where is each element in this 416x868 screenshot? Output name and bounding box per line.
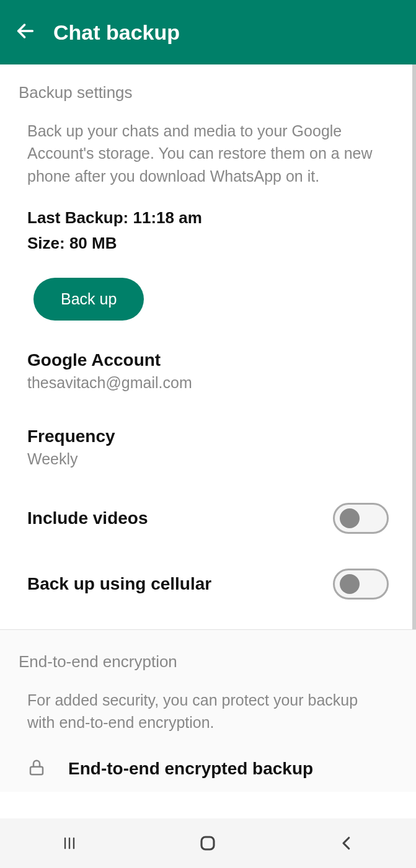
cellular-toggle[interactable] xyxy=(333,569,389,600)
frequency-title: Frequency xyxy=(27,427,389,446)
backup-settings-section: Backup settings Back up your chats and m… xyxy=(0,64,416,617)
e2e-description: For added security, you can protect your… xyxy=(19,689,397,734)
backup-button[interactable]: Back up xyxy=(33,278,144,321)
include-videos-toggle[interactable] xyxy=(333,503,389,534)
lock-icon xyxy=(27,758,46,779)
page-title: Chat backup xyxy=(53,20,180,45)
frequency-row[interactable]: Frequency Weekly xyxy=(19,409,397,485)
e2e-title: End-to-end encryption xyxy=(19,652,397,671)
back-nav-button[interactable] xyxy=(331,828,362,859)
frequency-value: Weekly xyxy=(27,450,389,468)
svg-rect-5 xyxy=(201,837,214,849)
recents-button[interactable] xyxy=(54,828,85,859)
home-button[interactable] xyxy=(192,828,223,859)
include-videos-row[interactable]: Include videos xyxy=(19,485,397,551)
back-button[interactable] xyxy=(15,20,36,44)
google-account-row[interactable]: Google Account thesavitach@gmail.com xyxy=(19,333,397,409)
backup-settings-title: Backup settings xyxy=(19,83,397,102)
cellular-label: Back up using cellular xyxy=(27,574,211,594)
toggle-knob xyxy=(340,574,360,594)
backup-size-info: Size: 80 MB xyxy=(19,234,397,253)
google-account-title: Google Account xyxy=(27,350,389,370)
app-header: Chat backup xyxy=(0,0,416,64)
svg-rect-1 xyxy=(30,767,43,775)
cellular-row[interactable]: Back up using cellular xyxy=(19,551,397,617)
system-nav-bar xyxy=(0,818,416,868)
google-account-value: thesavitach@gmail.com xyxy=(27,374,389,392)
content-area: Backup settings Back up your chats and m… xyxy=(0,64,416,818)
e2e-backup-row[interactable]: End-to-end encrypted backup xyxy=(19,752,397,792)
e2e-row-title: End-to-end encrypted backup xyxy=(68,759,313,779)
backup-description: Back up your chats and media to your Goo… xyxy=(19,120,397,187)
last-backup-info: Last Backup: 11:18 am xyxy=(19,208,397,228)
include-videos-label: Include videos xyxy=(27,508,148,528)
e2e-section: End-to-end encryption For added security… xyxy=(0,630,416,792)
toggle-knob xyxy=(340,508,360,528)
